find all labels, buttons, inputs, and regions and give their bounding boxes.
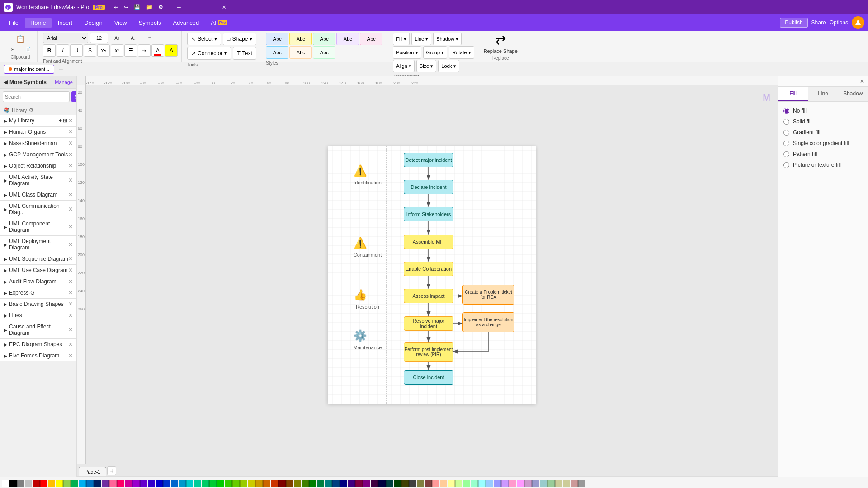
fill-option-pattern-fill[interactable]: Pattern fill [782,149,864,160]
folder-btn[interactable]: 📁 [144,3,155,11]
bold-btn[interactable]: B [43,44,56,57]
fill-dropdown[interactable]: Fill ▾ [393,33,410,45]
inform-box[interactable]: Inform Stakeholders [404,207,453,221]
user-avatar[interactable] [852,16,864,29]
lib-close-icon[interactable]: ✕ [68,290,73,296]
pir-box[interactable]: Perform post-implement review (PIR) [404,342,453,362]
style-preset-4[interactable]: Abc [336,33,359,45]
lib-close-icon[interactable]: ✕ [68,267,73,273]
minimize-btn[interactable]: ─ [169,0,189,14]
resolve-box[interactable]: Resolve major incident [404,316,453,331]
fill-option-solid-fill[interactable]: Solid fill [782,116,864,127]
color-swatch[interactable] [309,480,316,487]
color-swatch[interactable] [148,480,155,487]
implement-box[interactable]: Implement the resolution as a change [462,312,514,332]
style-preset-1[interactable]: Abc [266,33,288,45]
lib-section-cause-effect[interactable]: ▶ Cause and Effect Diagram ✕ [0,321,76,339]
color-swatch[interactable] [79,480,86,487]
color-swatch[interactable] [225,480,232,487]
lib-close-icon[interactable]: ✕ [68,163,73,169]
color-swatch[interactable] [109,480,117,487]
rotate-dropdown[interactable]: Rotate ▾ [449,46,474,59]
close-btn[interactable]: ✕ [214,0,235,14]
highlight-btn[interactable]: A [165,44,178,57]
publish-btn[interactable]: Publish [780,18,807,28]
color-swatch[interactable] [571,480,578,487]
menu-advanced[interactable]: Advanced [167,18,204,28]
color-swatch[interactable] [140,480,147,487]
lib-section-lines[interactable]: ▶ Lines ✕ [0,310,76,321]
lib-close-icon[interactable]: ✕ [68,341,73,347]
color-swatch[interactable] [486,480,493,487]
lib-section-uml-use-case[interactable]: ▶ UML Use Case Diagram ✕ [0,265,76,276]
color-swatch[interactable] [340,480,347,487]
color-swatch[interactable] [386,480,393,487]
color-swatch[interactable] [478,480,486,487]
maximize-btn[interactable]: □ [191,0,212,14]
lib-section-epc-diagram[interactable]: ▶ EPC Diagram Shapes ✕ [0,339,76,350]
connector-dropdown[interactable]: ↗ Connector ▾ [187,47,231,60]
color-swatch[interactable] [48,480,55,487]
style-preset-5[interactable]: Abc [360,33,382,45]
settings-btn[interactable]: ⚙ [156,3,165,11]
lib-close-icon[interactable]: ✕ [68,301,73,307]
color-swatch[interactable] [132,480,140,487]
diagram-canvas[interactable]: ⚠️ Identification ⚠️ Containment 👍 Resol… [86,85,778,464]
color-swatch[interactable] [540,480,547,487]
lib-section-uml-component[interactable]: ▶ UML Component Diagram ✕ [0,218,76,236]
sup-btn[interactable]: x² [111,44,123,57]
symbol-search-input[interactable] [3,91,70,102]
fill-radio-picture-fill[interactable] [783,162,789,168]
color-swatch[interactable] [240,480,247,487]
lib-close-icon[interactable]: ✕ [68,140,73,146]
options-btn[interactable]: Options [830,19,848,26]
style-preset-2[interactable]: Abc [289,33,312,45]
collapse-panel-btn[interactable]: ◀ [4,79,8,85]
font-size-up-btn[interactable]: A↑ [110,35,124,42]
color-swatch[interactable] [509,480,516,487]
color-swatch[interactable] [263,480,270,487]
lib-section-nassi-shneiderman[interactable]: ▶ Nassi-Shneiderman ✕ [0,138,76,149]
color-swatch[interactable] [2,480,9,487]
color-swatch[interactable] [378,480,386,487]
assess-box[interactable]: Assess impact [404,289,453,303]
color-swatch[interactable] [94,480,101,487]
color-swatch[interactable] [448,480,455,487]
lock-dropdown[interactable]: Lock ▾ [438,60,459,72]
color-swatch[interactable] [217,480,224,487]
right-panel-close-btn[interactable]: ✕ [860,78,864,84]
lib-close-icon[interactable]: ✕ [68,129,73,135]
color-swatch[interactable] [317,480,324,487]
color-btn[interactable]: A [151,44,164,57]
color-swatch[interactable] [255,480,263,487]
lib-section-object-relationship[interactable]: ▶ Object Relationship ✕ [0,160,76,172]
color-swatch[interactable] [125,480,132,487]
color-swatch[interactable] [9,480,17,487]
color-swatch[interactable] [286,480,293,487]
fill-option-gradient-fill[interactable]: Gradient fill [782,127,864,138]
share-btn[interactable]: Share [811,19,826,26]
lib-section-uml-sequence[interactable]: ▶ UML Sequence Diagram ✕ [0,253,76,265]
menu-ai[interactable]: AI Pro [205,18,232,28]
fill-option-no-fill[interactable]: No fill [782,105,864,116]
font-size-down-btn[interactable]: A↓ [126,35,141,42]
color-swatch[interactable] [555,480,562,487]
lib-section-human-organs[interactable]: ▶ Human Organs ✕ [0,127,76,138]
color-swatch[interactable] [463,480,470,487]
style-preset-8[interactable]: Abc [313,46,335,59]
lib-close-icon[interactable]: ✕ [68,192,73,198]
lib-section-audit-flow[interactable]: ▶ Audit Flow Diagram ✕ [0,276,76,287]
replace-shape-btn[interactable]: Replace Shape [484,48,518,54]
color-swatch[interactable] [432,480,439,487]
strike-btn[interactable]: S [84,44,96,57]
color-swatch[interactable] [202,480,209,487]
fill-radio-solid-fill[interactable] [783,119,789,125]
font-size-input[interactable] [90,33,108,43]
style-preset-3[interactable]: Abc [313,33,335,45]
color-swatch[interactable] [348,480,355,487]
color-swatch[interactable] [547,480,555,487]
group-dropdown[interactable]: Group ▾ [423,46,448,59]
lib-grid-icon[interactable]: ⊞ [63,117,67,124]
enable-box[interactable]: Enable Collaboration [404,262,453,276]
fill-radio-no-fill[interactable] [783,108,789,114]
